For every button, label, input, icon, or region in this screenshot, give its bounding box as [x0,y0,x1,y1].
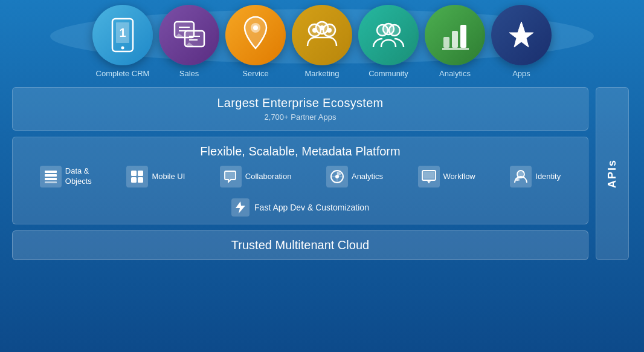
icons-row: 1 Complete CRM Sales [0,0,644,78]
ecosystem-card: Largest Enterprise Ecosystem 2,700+ Part… [12,87,588,131]
icon-circle-analytics [425,5,485,65]
svg-rect-30 [45,178,57,180]
mobile-ui-label: Mobile UI [152,172,185,182]
icon-circle-marketing [292,5,352,65]
svg-rect-35 [138,177,143,183]
content-left: Largest Enterprise Ecosystem 2,700+ Part… [12,87,588,260]
platform-title: Flexible, Scalable, Metadata Platform [25,145,576,158]
icon-label-marketing: Marketing [304,69,339,78]
svg-rect-31 [45,181,57,183]
icon-item-service: Service [225,5,286,78]
ecosystem-subtitle: 2,700+ Partner Apps [25,112,576,122]
icon-item-apps: Apps [491,5,552,78]
svg-rect-41 [423,172,434,178]
icon-circle-apps [491,5,552,65]
platform-item-mobile-ui: Mobile UI [126,166,185,187]
icon-item-analytics: Analytics [425,5,485,78]
platform-item-identity: Identity [510,166,561,187]
icon-item-marketing: Marketing [292,5,352,78]
identity-icon [510,166,532,187]
icon-label-apps: Apps [512,69,530,78]
svg-point-22 [383,24,394,34]
content-right: APIs [596,87,632,260]
collaboration-label: Collaboration [245,172,292,182]
platform-items: Data &Objects Mobile UI [25,166,576,187]
icon-item-complete-crm: 1 Complete CRM [92,5,153,78]
platform-item-analytics: Analytics [326,166,383,187]
icon-label-service: Service [242,69,268,78]
svg-point-19 [320,25,324,30]
icon-label-community: Community [369,69,408,78]
svg-point-2 [121,47,124,50]
collaboration-icon [220,166,242,187]
icon-label-sales: Sales [179,69,199,78]
icon-item-sales: Sales [159,5,219,78]
svg-rect-25 [460,25,466,48]
svg-rect-28 [45,171,57,173]
svg-rect-23 [443,37,449,48]
icon-label-complete-crm: Complete CRM [96,69,150,78]
workflow-label: Workflow [443,172,475,182]
identity-label: Identity [535,172,561,182]
svg-marker-48 [236,201,245,213]
svg-rect-24 [452,31,458,48]
fast-app-label: Fast App Dev & Customization [254,202,369,213]
apis-card: APIs [596,87,629,260]
cloud-banner: Trusted Multitenant Cloud [12,230,588,260]
cloud-title: Trusted Multitenant Cloud [25,238,576,252]
svg-rect-29 [45,174,57,177]
apis-label: APIs [606,159,619,188]
main-content: Largest Enterprise Ecosystem 2,700+ Part… [0,78,644,266]
platform-item-data-objects: Data &Objects [40,166,92,187]
svg-text:1: 1 [119,26,126,39]
data-objects-icon [40,166,62,187]
analytics-icon [326,166,348,187]
platform-item-workflow: Workflow [418,166,475,187]
icon-circle-community [358,5,419,65]
svg-rect-34 [131,177,137,183]
platform-card: Flexible, Scalable, Metadata Platform Da… [12,137,588,224]
svg-rect-32 [131,171,137,176]
icon-circle-sales [159,5,219,65]
workflow-icon [418,166,440,187]
ecosystem-title: Largest Enterprise Ecosystem [25,96,576,110]
svg-rect-33 [138,171,143,176]
icon-circle-service [225,5,286,65]
mobile-ui-icon [126,166,148,187]
icon-item-community: Community [358,5,419,78]
fast-app-row: Fast App Dev & Customization [25,194,576,217]
fast-app-icon [231,198,250,217]
data-objects-label: Data &Objects [65,166,92,187]
analytics-label: Analytics [352,172,383,182]
svg-point-13 [253,25,258,30]
icon-circle-complete-crm: 1 [92,5,153,65]
platform-item-collaboration: Collaboration [220,166,292,187]
icon-label-analytics: Analytics [439,69,471,78]
